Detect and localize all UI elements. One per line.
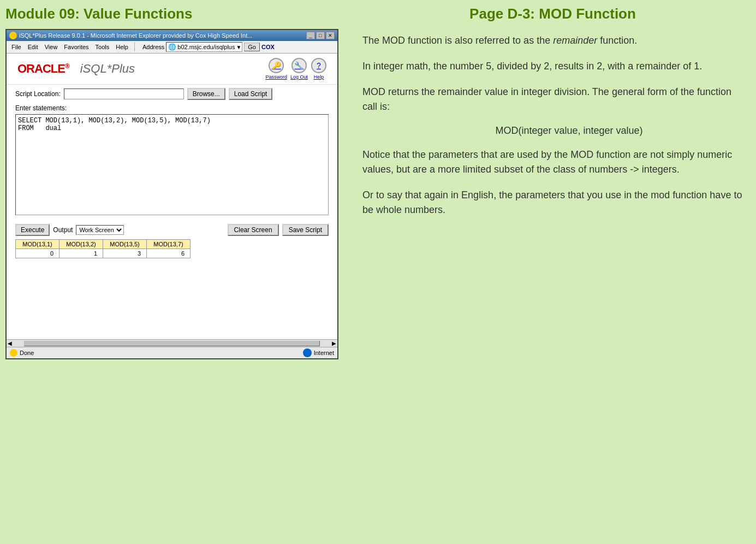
table-row: 0 1 3 6 bbox=[16, 249, 191, 258]
menu-edit[interactable]: Edit bbox=[25, 43, 41, 51]
menu-bar: File Edit View Favorites Tools Help Addr… bbox=[7, 41, 337, 54]
output-select[interactable]: Work Screen bbox=[76, 225, 124, 235]
cox-badge: COX bbox=[261, 44, 275, 50]
address-value: b02.msjc.edu/isqlplus bbox=[177, 44, 235, 50]
browser-titlebar: iSQL*Plus Release 9.0.1 - Microsoft Inte… bbox=[7, 30, 337, 41]
bottom-toolbar: Execute Output Work Screen Clear Screen … bbox=[7, 221, 337, 239]
clear-screen-button[interactable]: Clear Screen bbox=[228, 224, 279, 236]
browser-favicon-icon bbox=[9, 32, 17, 39]
results-area: MOD(13,1) MOD(13,2) MOD(13,5) MOD(13,7) … bbox=[7, 239, 337, 263]
internet-icon bbox=[303, 348, 312, 357]
page-title: Page D-3: MOD Function bbox=[362, 5, 743, 22]
logout-icon-group[interactable]: 🔧 Log Out bbox=[290, 58, 308, 80]
col-header-mod13-2: MOD(13,2) bbox=[59, 240, 103, 249]
internet-label: Internet bbox=[314, 350, 334, 356]
paragraph-3: MOD returns the remainder value in integ… bbox=[362, 85, 743, 114]
header-icons: 🔑 Password 🔧 Log Out ? Help bbox=[265, 58, 326, 80]
browser-statusbar: Done Internet bbox=[7, 347, 337, 358]
load-script-button[interactable]: Load Script bbox=[229, 88, 273, 100]
browser-window: iSQL*Plus Release 9.0.1 - Microsoft Inte… bbox=[5, 29, 338, 359]
save-script-button[interactable]: Save Script bbox=[282, 224, 329, 236]
left-panel: Module 09: Value Functions iSQL*Plus Rel… bbox=[0, 0, 349, 544]
status-left: Done bbox=[10, 349, 34, 357]
oracle-branding: ORACLE® iSQL*Plus bbox=[17, 62, 135, 76]
address-label: Address bbox=[142, 44, 164, 50]
browser-icon-small: 🌐 bbox=[168, 43, 176, 51]
address-bar: Address 🌐 b02.msjc.edu/isqlplus ▼ Go COX bbox=[142, 42, 335, 52]
paragraph-1: The MOD function is also referred to as … bbox=[362, 33, 743, 48]
script-location-label: Script Location: bbox=[15, 90, 61, 98]
logout-icon: 🔧 bbox=[291, 58, 307, 73]
oracle-header: ORACLE® iSQL*Plus 🔑 Password 🔧 Log Out ?… bbox=[7, 54, 337, 85]
password-icon: 🔑 bbox=[269, 58, 284, 73]
empty-results-space bbox=[7, 263, 337, 339]
col-header-mod13-1: MOD(13,1) bbox=[16, 240, 59, 249]
go-button[interactable]: Go bbox=[244, 43, 260, 51]
status-done-text: Done bbox=[20, 350, 34, 356]
menu-tools[interactable]: Tools bbox=[93, 43, 112, 51]
cell-mod13-5-val: 3 bbox=[103, 249, 147, 258]
help-link: Help bbox=[314, 74, 324, 80]
close-button[interactable]: ✕ bbox=[326, 32, 335, 39]
minimize-button[interactable]: _ bbox=[306, 32, 315, 39]
horizontal-scrollbar[interactable]: ◀ ▶ bbox=[7, 339, 337, 347]
cell-mod13-1-val: 0 bbox=[16, 249, 59, 258]
help-icon-group[interactable]: ? Help bbox=[311, 58, 326, 80]
right-panel: Page D-3: MOD Function The MOD function … bbox=[349, 0, 756, 544]
help-icon: ? bbox=[311, 58, 326, 73]
isqlplus-body: ORACLE® iSQL*Plus 🔑 Password 🔧 Log Out ?… bbox=[7, 54, 337, 339]
titlebar-buttons: _ □ ✕ bbox=[306, 32, 335, 39]
status-icon bbox=[10, 349, 17, 357]
restore-button[interactable]: □ bbox=[316, 32, 325, 39]
status-right: Internet bbox=[303, 348, 334, 357]
module-title: Module 09: Value Functions bbox=[5, 5, 344, 22]
password-icon-group[interactable]: 🔑 Password bbox=[265, 58, 287, 80]
sql-textarea[interactable]: SELECT MOD(13,1), MOD(13,2), MOD(13,5), … bbox=[15, 114, 329, 215]
paragraph-2: In integer math, the number 5, divided b… bbox=[362, 59, 743, 74]
script-location-row: Script Location: Browse... Load Script bbox=[15, 88, 329, 100]
enter-statements-label: Enter statements: bbox=[15, 104, 329, 112]
cell-mod13-2-val: 1 bbox=[59, 249, 103, 258]
code-example: MOD(integer value, integer value) bbox=[395, 125, 743, 137]
dropdown-icon[interactable]: ▼ bbox=[236, 44, 241, 50]
isqlplus-title: iSQL*Plus bbox=[80, 62, 135, 76]
menu-separator bbox=[134, 43, 135, 51]
cell-mod13-7-val: 6 bbox=[147, 249, 191, 258]
menu-view[interactable]: View bbox=[42, 43, 61, 51]
logout-link: Log Out bbox=[290, 74, 308, 80]
menu-favorites[interactable]: Favorites bbox=[61, 43, 91, 51]
paragraph-5: Or to say that again in English, the par… bbox=[362, 188, 743, 217]
table-header-row: MOD(13,1) MOD(13,2) MOD(13,5) MOD(13,7) bbox=[16, 240, 191, 249]
scroll-left-btn[interactable]: ◀ bbox=[7, 340, 13, 346]
titlebar-left: iSQL*Plus Release 9.0.1 - Microsoft Inte… bbox=[9, 32, 252, 39]
menu-help[interactable]: Help bbox=[113, 43, 131, 51]
browse-button[interactable]: Browse... bbox=[187, 88, 225, 100]
execute-button[interactable]: Execute bbox=[15, 224, 50, 236]
address-input[interactable]: 🌐 b02.msjc.edu/isqlplus ▼ bbox=[166, 42, 242, 52]
scroll-right-btn[interactable]: ▶ bbox=[331, 340, 337, 346]
scrollbar-thumb[interactable] bbox=[24, 341, 320, 346]
oracle-logo: ORACLE® bbox=[17, 62, 69, 76]
paragraph-4: Notice that the parameters that are used… bbox=[362, 147, 743, 177]
password-link: Password bbox=[265, 74, 287, 80]
col-header-mod13-5: MOD(13,5) bbox=[103, 240, 147, 249]
results-table: MOD(13,1) MOD(13,2) MOD(13,5) MOD(13,7) … bbox=[15, 239, 191, 258]
script-section: Script Location: Browse... Load Script E… bbox=[7, 85, 337, 221]
col-header-mod13-7: MOD(13,7) bbox=[147, 240, 191, 249]
menu-file[interactable]: File bbox=[9, 43, 24, 51]
output-label: Output bbox=[53, 226, 73, 234]
script-location-input[interactable] bbox=[64, 88, 184, 99]
browser-title-text: iSQL*Plus Release 9.0.1 - Microsoft Inte… bbox=[19, 32, 252, 39]
